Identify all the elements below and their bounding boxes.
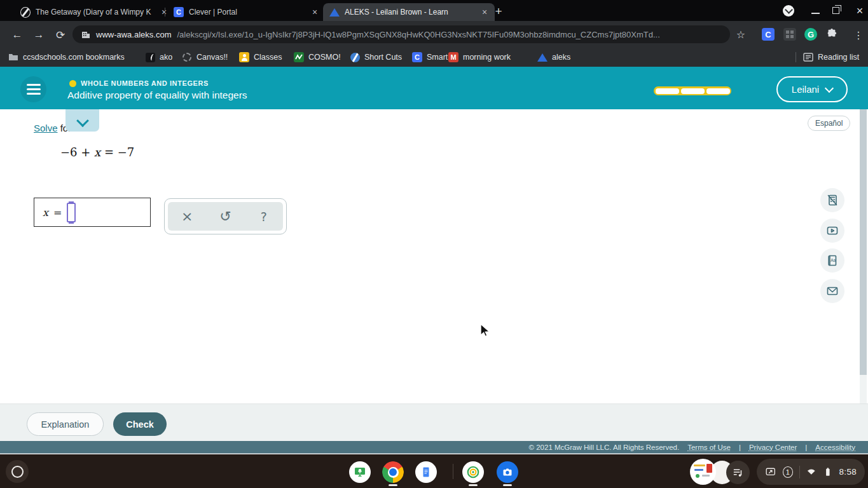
equation: −6 + x = −7 bbox=[60, 146, 134, 159]
morning-work-icon: M bbox=[448, 52, 458, 62]
tab-getaway[interactable]: The Getaway (Diary of a Wimpy K × bbox=[14, 3, 174, 21]
folder-icon bbox=[8, 52, 18, 62]
playlist-music-icon bbox=[732, 466, 744, 478]
dictionary-button[interactable]: Aa bbox=[820, 248, 844, 273]
address-bar[interactable]: www-awa.aleks.com/alekscgi/x/Isl.exe/1o_… bbox=[72, 25, 730, 43]
footer-separator: | bbox=[805, 444, 807, 451]
clever-extension-icon[interactable]: C bbox=[762, 28, 775, 41]
bookmark-cosmo[interactable]: COSMO! bbox=[294, 48, 341, 67]
bookmark-label: Smart bbox=[427, 53, 448, 62]
extensions-puzzle-icon[interactable] bbox=[825, 28, 838, 41]
browser-menu-icon[interactable]: ⋮ bbox=[852, 27, 865, 43]
bookmark-canvas[interactable]: Canvas!! bbox=[182, 48, 228, 67]
tab-aleks-active[interactable]: ALEKS - Leilani Brown - Learn × bbox=[323, 3, 495, 21]
scrollbar-track[interactable] bbox=[860, 109, 867, 403]
scrollbar-thumb[interactable] bbox=[860, 109, 867, 375]
tab-clever[interactable]: C Clever | Portal × bbox=[167, 3, 325, 21]
media-playlist-button[interactable] bbox=[726, 461, 750, 484]
running-indicator bbox=[469, 484, 478, 486]
clear-icon[interactable]: × bbox=[176, 208, 198, 224]
bookmark-label: Classes bbox=[254, 53, 282, 62]
launcher-button[interactable] bbox=[6, 460, 29, 483]
status-tray[interactable]: 1 8:58 bbox=[757, 459, 865, 485]
camera-app-icon[interactable] bbox=[497, 461, 518, 483]
tab-close-icon[interactable]: × bbox=[479, 7, 490, 17]
calculator-off-icon bbox=[826, 194, 839, 207]
bookmark-smart[interactable]: C Smart bbox=[412, 48, 448, 67]
reload-button[interactable]: ⟳ bbox=[51, 27, 70, 43]
bookmark-ako[interactable]: ako bbox=[145, 48, 172, 67]
solve-link[interactable]: Solve bbox=[34, 123, 58, 133]
site-footer: © 2021 McGraw Hill LLC. All Rights Reser… bbox=[0, 441, 868, 454]
message-button[interactable] bbox=[820, 279, 844, 303]
grammarly-extension-icon[interactable]: G bbox=[804, 28, 817, 41]
battery-icon bbox=[823, 466, 833, 477]
maximize-button[interactable] bbox=[832, 7, 839, 14]
check-button[interactable]: Check bbox=[113, 412, 167, 436]
explanation-button[interactable]: Explanation bbox=[27, 412, 104, 436]
bookmark-label: ako bbox=[160, 53, 172, 62]
collapse-prompt-button[interactable] bbox=[65, 105, 99, 132]
equation-variable: x bbox=[94, 146, 100, 159]
mouse-cursor bbox=[477, 323, 491, 338]
input-palette-inner: × ↺ ? bbox=[168, 202, 283, 231]
bookmark-label: aleks bbox=[552, 53, 570, 62]
help-icon[interactable]: ? bbox=[253, 210, 275, 224]
answer-input[interactable]: x = bbox=[34, 198, 151, 227]
tab-search-button[interactable] bbox=[783, 5, 794, 17]
monitoring-app-icon[interactable] bbox=[462, 461, 484, 483]
bookmarks-divider bbox=[796, 52, 796, 62]
tray-divider bbox=[799, 466, 800, 478]
envelope-icon bbox=[826, 285, 839, 297]
window-close-button[interactable]: × bbox=[851, 3, 868, 19]
chrome-app-icon[interactable] bbox=[382, 461, 404, 483]
browser-tab-strip: The Getaway (Diary of a Wimpy K × C Clev… bbox=[0, 0, 868, 21]
calculator-disabled-button[interactable] bbox=[820, 188, 844, 212]
answer-entry-slot[interactable] bbox=[67, 203, 76, 222]
forward-button[interactable]: → bbox=[29, 27, 48, 43]
bookmark-shortcuts[interactable]: Short Cuts bbox=[350, 48, 402, 67]
bookmark-classes[interactable]: Classes bbox=[239, 48, 282, 67]
running-indicator bbox=[389, 484, 397, 486]
docs-app-icon[interactable] bbox=[415, 461, 437, 483]
video-button[interactable] bbox=[820, 219, 844, 243]
bookmark-label: Short Cuts bbox=[364, 53, 402, 62]
undo-icon[interactable]: ↺ bbox=[214, 208, 236, 224]
bookmark-aleks[interactable]: aleks bbox=[537, 48, 570, 67]
user-menu-button[interactable]: Leilani bbox=[776, 76, 848, 102]
url-path: /alekscgi/x/Isl.exe/1o_u-IgNsIkr7j8P3jH-… bbox=[177, 30, 721, 39]
classroom-app-icon[interactable] bbox=[349, 461, 371, 483]
privacy-center-link[interactable]: Privacy Center bbox=[749, 444, 797, 451]
espanol-button[interactable]: Español bbox=[808, 116, 850, 131]
screen: The Getaway (Diary of a Wimpy K × C Clev… bbox=[0, 0, 868, 488]
tab-title: The Getaway (Diary of a Wimpy K bbox=[36, 8, 154, 17]
canvas-icon bbox=[182, 52, 192, 62]
svg-text:Aa: Aa bbox=[830, 258, 836, 262]
bookmark-folder[interactable]: ccsdschools.com bookmarks bbox=[8, 48, 125, 67]
new-tab-button[interactable]: + bbox=[490, 3, 507, 20]
sora-favicon-icon bbox=[20, 7, 31, 17]
qr-extension-icon[interactable] bbox=[783, 28, 796, 41]
aleks-bookmark-icon bbox=[537, 52, 548, 62]
clever-favicon-icon: C bbox=[174, 7, 184, 17]
url-host: www-awa.aleks.com bbox=[96, 30, 171, 39]
topic-status-dot bbox=[69, 80, 76, 87]
reading-list-icon bbox=[803, 52, 813, 62]
site-info-icon[interactable] bbox=[81, 30, 90, 39]
tab-close-icon[interactable]: × bbox=[310, 7, 320, 17]
minimize-button[interactable] bbox=[811, 13, 820, 14]
bookmark-morning-work[interactable]: M morning work bbox=[448, 48, 511, 67]
back-button[interactable]: ← bbox=[8, 27, 27, 43]
chevron-down-icon bbox=[76, 114, 89, 127]
aleks-header: WHOLE NUMBERS AND INTEGERS Additive prop… bbox=[0, 67, 868, 109]
bookmark-star-icon[interactable]: ☆ bbox=[734, 27, 748, 41]
hamburger-menu-icon[interactable] bbox=[20, 76, 46, 102]
notification-thumbnail[interactable] bbox=[690, 459, 716, 485]
dictionary-icon: Aa bbox=[826, 254, 839, 267]
classes-icon bbox=[239, 52, 249, 62]
accessibility-link[interactable]: Accessibility bbox=[815, 444, 855, 451]
bookmarks-bar: ccsdschools.com bookmarks ako Canvas!! C… bbox=[0, 48, 868, 67]
terms-of-use-link[interactable]: Terms of Use bbox=[687, 444, 731, 451]
input-palette: × ↺ ? bbox=[164, 198, 287, 234]
reading-list-button[interactable]: Reading list bbox=[803, 48, 859, 67]
